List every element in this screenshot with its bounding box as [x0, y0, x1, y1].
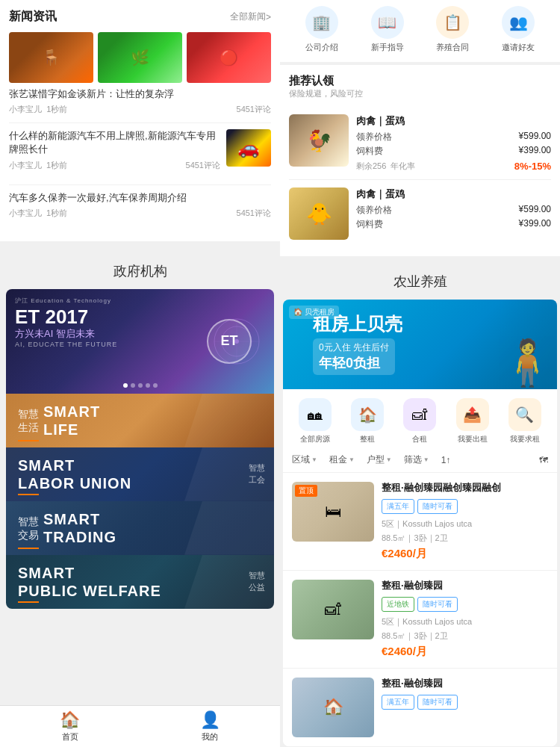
listing-card-1[interactable]: 置顶 🛏 整租·融创臻园融创臻园融创 满五年 随时可看 5区｜Kossuth L…: [283, 473, 557, 571]
find-rent-label: 我要求租: [510, 434, 540, 444]
whole-rent-icon: 🏠: [351, 398, 384, 431]
smart-card-welfare[interactable]: SMART PUBLIC WELFARE 智慧公益: [6, 555, 274, 609]
listing-info-3: 整租·融创臻园 满五年 随时可看: [382, 678, 548, 737]
filter-rent[interactable]: 租金 ▼: [329, 453, 355, 466]
filter-screen-label: 筛选: [404, 453, 422, 466]
recommend-header: 推荐认领 保险规避，风险可控: [289, 74, 551, 99]
filter-map[interactable]: 🗺: [539, 455, 548, 465]
icon-guide[interactable]: 📖 新手指导: [371, 6, 404, 53]
listing-image-1: 置顶 🛏: [292, 482, 374, 542]
annual-rate-1: 8%-15%: [514, 161, 551, 172]
right-category-label: 农业养殖: [280, 259, 560, 300]
icon-invite[interactable]: 👥 邀请好友: [502, 6, 535, 53]
dot-2: [131, 383, 135, 388]
filter-sort[interactable]: 1↑: [441, 455, 451, 465]
listing-card-2[interactable]: 🛋 整租·融创臻园 近地铁 随时可看 5区｜Kossuth Lajos utca…: [283, 571, 557, 669]
rental-icons-row: 🏘 全部房源 🏠 整租 🛋 合租 📤 我要出租 🔍 我要求租: [283, 389, 557, 447]
home-icon: 🏠: [60, 710, 80, 730]
news-list-item-1[interactable]: 什么样的新能源汽车不用上牌照,新能源汽车专用牌照长什 小李宝儿 1秒前 5451…: [9, 123, 271, 184]
icon-contract[interactable]: 📋 养殖合同: [436, 6, 469, 53]
rental-icon-find[interactable]: 🔍 我要求租: [508, 398, 541, 444]
news-image-2[interactable]: 🌿: [98, 32, 182, 83]
news-image-3[interactable]: 🔴: [187, 32, 271, 83]
animal-card-1[interactable]: 🐓 肉禽｜蛋鸡 领养价格 ¥599.00 饲料费 ¥399.00 剩余256 年…: [289, 107, 551, 180]
filter-rent-arrow: ▼: [349, 456, 355, 463]
listing-title-2: 整租·融创臻园: [382, 580, 548, 592]
nav-profile[interactable]: 👤 我的: [140, 706, 281, 747]
orange-accent-line-welfare: [18, 601, 39, 603]
smart-labor-en: SMART LABOR UNION: [18, 456, 131, 492]
smart-card-trading[interactable]: 智慧 交易 SMART TRADING: [6, 501, 274, 555]
news-list-item-2[interactable]: 汽车多久保养一次最好,汽车保养周期介绍 小李宝儿 1秒前 5451评论: [9, 185, 271, 232]
news-section: 新闻资讯 全部新闻 > 🪑 🌿: [0, 0, 280, 241]
orange-accent-line-trading: [18, 548, 39, 549]
filter-screen-arrow: ▼: [423, 456, 429, 463]
listing-info-1: 整租·融创臻园融创臻园融创 满五年 随时可看 5区｜Kossuth Lajos …: [382, 482, 548, 561]
recommend-section: 推荐认领 保险规避，风险可控 🐓 肉禽｜蛋鸡 领养价格 ¥599.00 饲料费 …: [280, 65, 560, 256]
contract-icon: 📋: [436, 6, 469, 39]
news-more-link[interactable]: 全部新闻 >: [230, 10, 271, 23]
listing-image-2: 🛋: [292, 580, 374, 639]
animal-card-2[interactable]: 🐥 肉禽｜蛋鸡 领养价格 ¥599.00 饲料费 ¥399.00: [289, 180, 551, 247]
tag-subway: 近地铁: [382, 597, 414, 612]
dot-4: [146, 383, 150, 388]
featured-meta: 小李宝儿 1秒前 5451评论: [9, 104, 271, 115]
tag-five-year-3: 满五年: [382, 695, 414, 710]
rental-icon-all[interactable]: 🏘 全部房源: [299, 398, 332, 444]
smart-labor-text: SMART LABOR UNION: [18, 456, 131, 492]
filter-type[interactable]: 户型 ▼: [367, 453, 392, 466]
rental-main-title: 租房上贝壳: [313, 314, 402, 335]
news-header: 新闻资讯 全部新闻 >: [9, 9, 271, 25]
listing-tags-2: 近地铁 随时可看: [382, 597, 548, 612]
sublease-label: 我要出租: [458, 434, 488, 444]
listing-tags-3: 满五年 随时可看: [382, 695, 548, 710]
smart-card-labor[interactable]: SMART LABOR UNION 智慧工会: [6, 447, 274, 501]
tag-anytime-2: 随时可看: [417, 597, 458, 612]
listing-tags-1: 满五年 随时可看: [382, 499, 548, 514]
icon-company[interactable]: 🏢 公司介绍: [305, 6, 338, 53]
news-list-meta-2: 小李宝儿 1秒前 5451评论: [9, 208, 271, 219]
app-cards-container: 沪江 Education & Technology ET 2017 方兴未AI …: [6, 289, 274, 609]
svg-point-4: [234, 339, 239, 344]
tag-five-year: 满五年: [382, 499, 414, 514]
listing-card-3[interactable]: 🏠 整租·融创臻园 满五年 随时可看: [283, 669, 557, 746]
nav-home[interactable]: 🏠 首页: [0, 706, 140, 747]
top-icons-row: 🏢 公司介绍 📖 新手指导 📋 养殖合同 👥 邀请好友: [280, 0, 560, 62]
animal-info-2: 肉禽｜蛋鸡 领养价格 ¥599.00 饲料费 ¥399.00: [356, 187, 551, 240]
smart-card-life[interactable]: 智慧 生活 SMART LIFE: [6, 394, 274, 447]
news-list-title-2: 汽车多久保养一次最好,汽车保养周期介绍: [9, 191, 271, 205]
smart-life-en: SMART LIFE: [43, 403, 100, 438]
rental-icon-sublease[interactable]: 📤 我要出租: [456, 398, 489, 444]
orange-accent-line: [18, 440, 39, 441]
news-image-1[interactable]: 🪑: [9, 32, 93, 83]
filter-area[interactable]: 区域 ▼: [292, 453, 317, 466]
guide-icon: 📖: [371, 6, 404, 39]
rental-section: 🏠 贝壳租房 租房上贝壳 0元入住 先住后付 年轻0负担 🧍 🏘 全部房源: [283, 300, 557, 746]
smart-trading-en: SMART TRADING: [43, 510, 116, 546]
sublease-icon: 📤: [456, 398, 489, 431]
rental-icon-shared[interactable]: 🛋 合租: [403, 398, 436, 444]
news-list-meta-1: 小李宝儿 1秒前 5451评论: [9, 160, 220, 171]
all-rooms-icon: 🏘: [299, 398, 332, 431]
room-img-2: 🛋: [292, 580, 374, 639]
card-overlay-trading: [184, 501, 274, 555]
animal-image-1: 🐓: [289, 114, 349, 167]
find-rent-icon: 🔍: [508, 398, 541, 431]
rental-banner[interactable]: 🏠 贝壳租房 租房上贝壳 0元入住 先住后付 年轻0负担 🧍: [283, 300, 557, 389]
filter-type-label: 户型: [367, 453, 385, 466]
et-banner[interactable]: 沪江 Education & Technology ET 2017 方兴未AI …: [6, 289, 274, 394]
filter-area-arrow: ▼: [311, 456, 317, 463]
listing-info-2: 整租·融创臻园 近地铁 随时可看 5区｜Kossuth Lajos utca 8…: [382, 580, 548, 659]
rental-promo-box: 0元入住 先住后付 年轻0负担: [313, 338, 395, 375]
featured-article[interactable]: 🪑 🌿 🔴 张艺谋惜字如金谈新片：让性的复杂浮 小李宝儿 1秒前 5451评论: [9, 32, 271, 115]
banner-slogan-en: AI, EDUCATE THE FUTURE: [15, 341, 117, 348]
orange-accent-line-labor: [18, 494, 39, 495]
company-label: 公司介绍: [305, 42, 338, 53]
filter-screen[interactable]: 筛选 ▼: [404, 453, 429, 466]
smart-welfare-en: SMART PUBLIC WELFARE: [18, 564, 161, 600]
tag-anytime: 随时可看: [417, 499, 458, 514]
rental-icon-whole[interactable]: 🏠 整租: [351, 398, 384, 444]
profile-icon: 👤: [200, 710, 220, 730]
filter-row: 区域 ▼ 租金 ▼ 户型 ▼ 筛选 ▼ 1↑: [283, 447, 557, 473]
dot-5: [153, 383, 158, 388]
